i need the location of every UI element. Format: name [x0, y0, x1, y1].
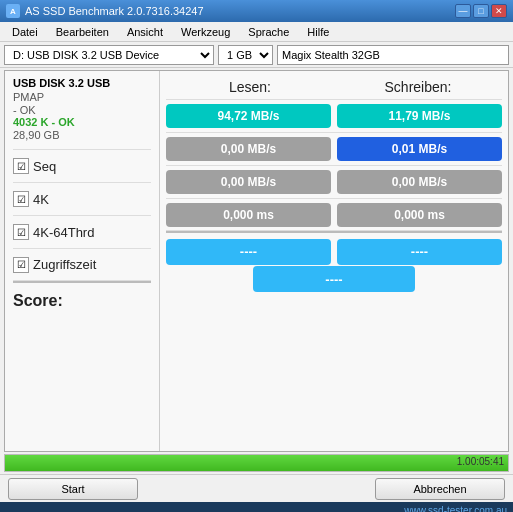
maximize-button[interactable]: □: [473, 4, 489, 18]
cancel-button[interactable]: Abbrechen: [375, 478, 505, 500]
check-zugriffszeit[interactable]: ☑: [13, 257, 29, 273]
score-results-area: ---- ----: [166, 231, 502, 264]
bench-row-zugriffszeit: ☑ Zugriffszeit: [13, 248, 151, 281]
status-ok-1: - OK: [13, 104, 151, 116]
label-input[interactable]: [277, 45, 509, 65]
title-bar: A AS SSD Benchmark 2.0.7316.34247 — □ ✕: [0, 0, 513, 22]
menu-ansicht[interactable]: Ansicht: [119, 24, 171, 40]
menu-datei[interactable]: Datei: [4, 24, 46, 40]
progress-bar: [5, 455, 508, 471]
main-content: USB DISK 3.2 USB PMAP - OK 4032 K - OK 2…: [4, 70, 509, 452]
result-row-4k: 0,00 MB/s 0,01 MB/s: [166, 132, 502, 165]
read-4k: 0,00 MB/s: [166, 137, 331, 161]
check-seq[interactable]: ☑: [13, 158, 29, 174]
disk-size: 28,90 GB: [13, 129, 151, 141]
menu-bearbeiten[interactable]: Bearbeiten: [48, 24, 117, 40]
drive-select[interactable]: D: USB DISK 3.2 USB Device: [4, 45, 214, 65]
progress-area: 1.00:05:41: [4, 454, 509, 472]
size-select[interactable]: 1 GB: [218, 45, 273, 65]
pmap-label: PMAP: [13, 91, 151, 103]
right-panel: Lesen: Schreiben: 94,72 MB/s 11,79 MB/s …: [160, 71, 508, 451]
score-area: ---- ----: [166, 237, 502, 265]
title-bar-left: A AS SSD Benchmark 2.0.7316.34247: [6, 4, 204, 18]
write-seq: 11,79 MB/s: [337, 104, 502, 128]
status-ok-2: 4032 K - OK: [13, 116, 151, 128]
check-4k64thrd[interactable]: ☑: [13, 224, 29, 240]
check-4k[interactable]: ☑: [13, 191, 29, 207]
left-panel: USB DISK 3.2 USB PMAP - OK 4032 K - OK 2…: [5, 71, 160, 451]
read-seq: 94,72 MB/s: [166, 104, 331, 128]
write-4k: 0,01 MB/s: [337, 137, 502, 161]
write-4k64thrd: 0,00 MB/s: [337, 170, 502, 194]
bottom-bar: Start Abbrechen: [0, 474, 513, 502]
read-zugriffszeit: 0,000 ms: [166, 203, 331, 227]
read-header: Lesen:: [166, 79, 334, 95]
result-row-seq: 94,72 MB/s 11,79 MB/s: [166, 99, 502, 132]
column-headers: Lesen: Schreiben:: [166, 75, 502, 99]
label-4k: 4K: [33, 192, 49, 207]
menu-sprache[interactable]: Sprache: [240, 24, 297, 40]
bench-row-seq: ☑ Seq: [13, 149, 151, 182]
bench-row-4k: ☑ 4K: [13, 182, 151, 215]
result-row-zugriffszeit: 0,000 ms 0,000 ms: [166, 198, 502, 231]
start-button[interactable]: Start: [8, 478, 138, 500]
toolbar: D: USB DISK 3.2 USB Device 1 GB: [0, 42, 513, 68]
label-4k64thrd: 4K-64Thrd: [33, 225, 94, 240]
drive-name: USB DISK 3.2 USB: [13, 77, 151, 89]
result-row-4k64thrd: 0,00 MB/s 0,00 MB/s: [166, 165, 502, 198]
close-button[interactable]: ✕: [491, 4, 507, 18]
menu-hilfe[interactable]: Hilfe: [299, 24, 337, 40]
write-header: Schreiben:: [334, 79, 502, 95]
write-score: ----: [337, 239, 502, 265]
menu-werkzeug[interactable]: Werkzeug: [173, 24, 238, 40]
menu-bar: Datei Bearbeiten Ansicht Werkzeug Sprach…: [0, 22, 513, 42]
label-seq: Seq: [33, 159, 56, 174]
label-zugriffszeit: Zugriffszeit: [33, 257, 96, 272]
watermark-text: www.ssd-tester.com.au: [404, 505, 507, 513]
score-top-row: ---- ----: [166, 239, 502, 265]
total-score-row: ----: [166, 266, 502, 292]
bench-labels: ☑ Seq ☑ 4K ☑ 4K-64Thrd ☑ Zugriffszeit: [13, 149, 151, 281]
bench-row-4k64thrd: ☑ 4K-64Thrd: [13, 215, 151, 248]
write-zugriffszeit: 0,000 ms: [337, 203, 502, 227]
title-controls: — □ ✕: [455, 4, 507, 18]
read-4k64thrd: 0,00 MB/s: [166, 170, 331, 194]
score-label-row: Score:: [13, 281, 151, 315]
total-score: ----: [253, 266, 414, 292]
score-label: Score:: [13, 292, 63, 310]
window-title: AS SSD Benchmark 2.0.7316.34247: [25, 5, 204, 17]
progress-time: 1.00:05:41: [457, 456, 504, 467]
read-score: ----: [166, 239, 331, 265]
app-icon: A: [6, 4, 20, 18]
watermark: www.ssd-tester.com.au: [0, 502, 513, 512]
minimize-button[interactable]: —: [455, 4, 471, 18]
result-rows: 94,72 MB/s 11,79 MB/s 0,00 MB/s 0,01 MB/…: [166, 99, 502, 231]
